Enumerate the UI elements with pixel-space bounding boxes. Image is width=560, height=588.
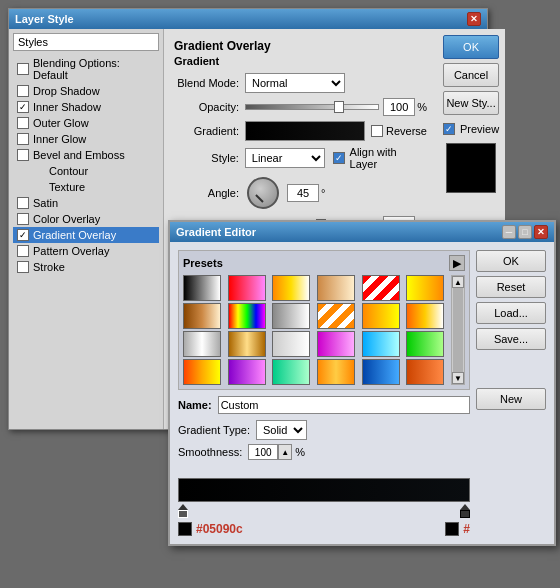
- outer-glow-label: Outer Glow: [33, 117, 89, 129]
- preset-5[interactable]: [362, 275, 400, 301]
- opacity-input[interactable]: [383, 98, 415, 116]
- gradient-editor-titlebar: Gradient Editor ─ □ ✕: [170, 222, 554, 242]
- preset-9[interactable]: [272, 303, 310, 329]
- preset-20[interactable]: [228, 359, 266, 385]
- angle-dial[interactable]: [247, 177, 279, 209]
- color-overlay-checkbox[interactable]: [17, 213, 29, 225]
- preset-24[interactable]: [406, 359, 444, 385]
- style-item-inner-glow[interactable]: Inner Glow: [13, 131, 159, 147]
- preset-21[interactable]: [272, 359, 310, 385]
- minimize-btn[interactable]: ─: [502, 225, 516, 239]
- gradient-row: Gradient: Reverse: [174, 121, 427, 141]
- color-swatch-left[interactable]: [178, 522, 192, 536]
- preview-checkbox[interactable]: ✓: [443, 123, 455, 135]
- style-item-drop-shadow[interactable]: Drop Shadow: [13, 83, 159, 99]
- style-item-color-overlay[interactable]: Color Overlay: [13, 211, 159, 227]
- contour-label: Contour: [49, 165, 88, 177]
- style-item-contour[interactable]: Contour: [13, 163, 159, 179]
- ge-load-button[interactable]: Load...: [476, 302, 546, 324]
- preset-16[interactable]: [317, 331, 355, 357]
- preset-17[interactable]: [362, 331, 400, 357]
- bevel-emboss-checkbox[interactable]: [17, 149, 29, 161]
- inner-glow-checkbox[interactable]: [17, 133, 29, 145]
- preset-22[interactable]: [317, 359, 355, 385]
- style-item-satin[interactable]: Satin: [13, 195, 159, 211]
- drop-shadow-label: Drop Shadow: [33, 85, 100, 97]
- color-swatch-right[interactable]: [445, 522, 459, 536]
- reverse-checkbox[interactable]: [371, 125, 383, 137]
- preset-11[interactable]: [362, 303, 400, 329]
- align-label: Align with Layer: [350, 146, 427, 170]
- preset-23[interactable]: [362, 359, 400, 385]
- style-item-stroke[interactable]: Stroke: [13, 259, 159, 275]
- pattern-overlay-checkbox[interactable]: [17, 245, 29, 257]
- preset-19[interactable]: [183, 359, 221, 385]
- gradient-preview[interactable]: [245, 121, 365, 141]
- blending-label: Blending Options: Default: [33, 57, 155, 81]
- style-item-bevel-emboss[interactable]: Bevel and Emboss: [13, 147, 159, 163]
- ge-type-select[interactable]: Solid: [256, 420, 307, 440]
- presets-scrollbar: ▲ ▼: [451, 275, 465, 385]
- gradient-editor-dialog: Gradient Editor ─ □ ✕ Presets ▶: [168, 220, 556, 546]
- outer-glow-checkbox[interactable]: [17, 117, 29, 129]
- opacity-thumb[interactable]: [334, 101, 344, 113]
- style-item-inner-shadow[interactable]: ✓ Inner Shadow: [13, 99, 159, 115]
- ge-smoothness-input[interactable]: [248, 444, 278, 460]
- preset-10[interactable]: [317, 303, 355, 329]
- preset-7[interactable]: [183, 303, 221, 329]
- drop-shadow-checkbox[interactable]: [17, 85, 29, 97]
- stop-marker-right[interactable]: [460, 504, 470, 518]
- cancel-button[interactable]: Cancel: [443, 63, 499, 87]
- maximize-btn[interactable]: □: [518, 225, 532, 239]
- texture-label: Texture: [49, 181, 85, 193]
- style-item-texture[interactable]: Texture: [13, 179, 159, 195]
- preset-18[interactable]: [406, 331, 444, 357]
- preset-3[interactable]: [272, 275, 310, 301]
- preset-2[interactable]: [228, 275, 266, 301]
- scrollbar-track[interactable]: [453, 288, 463, 372]
- ge-name-input[interactable]: [218, 396, 470, 414]
- preset-8[interactable]: [228, 303, 266, 329]
- style-item-pattern-overlay[interactable]: Pattern Overlay: [13, 243, 159, 259]
- inner-shadow-checkbox[interactable]: ✓: [17, 101, 29, 113]
- style-item-outer-glow[interactable]: Outer Glow: [13, 115, 159, 131]
- preset-13[interactable]: [183, 331, 221, 357]
- opacity-slider[interactable]: [245, 104, 379, 110]
- preset-4[interactable]: [317, 275, 355, 301]
- presets-arrow[interactable]: ▶: [449, 255, 465, 271]
- subsection-title: Gradient: [174, 55, 427, 67]
- preset-12[interactable]: [406, 303, 444, 329]
- color-overlay-label: Color Overlay: [33, 213, 100, 225]
- ge-type-label: Gradient Type:: [178, 424, 250, 436]
- ge-smoothness-spinner[interactable]: ▲: [278, 444, 292, 460]
- gradient-bar[interactable]: [178, 478, 470, 502]
- blending-checkbox[interactable]: [17, 63, 29, 75]
- ge-ok-button[interactable]: OK: [476, 250, 546, 272]
- ge-smoothness-row: Smoothness: ▲ %: [178, 444, 470, 460]
- ge-save-button[interactable]: Save...: [476, 328, 546, 350]
- ge-close-btn[interactable]: ✕: [534, 225, 548, 239]
- ok-button[interactable]: OK: [443, 35, 499, 59]
- scrollbar-up-btn[interactable]: ▲: [452, 276, 464, 288]
- align-checkbox[interactable]: ✓: [333, 152, 345, 164]
- style-item-blending[interactable]: Blending Options: Default: [13, 55, 159, 83]
- style-item-gradient-overlay[interactable]: ✓ Gradient Overlay: [13, 227, 159, 243]
- preset-14[interactable]: [228, 331, 266, 357]
- new-style-button[interactable]: New Sty...: [443, 91, 499, 115]
- ge-new-button[interactable]: New: [476, 388, 546, 410]
- satin-checkbox[interactable]: [17, 197, 29, 209]
- preset-6[interactable]: [406, 275, 444, 301]
- stop-rect-right: [460, 510, 470, 518]
- gradient-overlay-checkbox[interactable]: ✓: [17, 229, 29, 241]
- preset-1[interactable]: [183, 275, 221, 301]
- style-select[interactable]: Linear: [245, 148, 325, 168]
- stroke-checkbox[interactable]: [17, 261, 29, 273]
- ge-reset-button[interactable]: Reset: [476, 276, 546, 298]
- scrollbar-down-btn[interactable]: ▼: [452, 372, 464, 384]
- blend-mode-select[interactable]: Normal: [245, 73, 345, 93]
- angle-input[interactable]: [287, 184, 319, 202]
- layer-style-close-btn[interactable]: ✕: [467, 12, 481, 26]
- opacity-unit: %: [417, 101, 427, 113]
- stop-marker-left[interactable]: [178, 504, 188, 518]
- preset-15[interactable]: [272, 331, 310, 357]
